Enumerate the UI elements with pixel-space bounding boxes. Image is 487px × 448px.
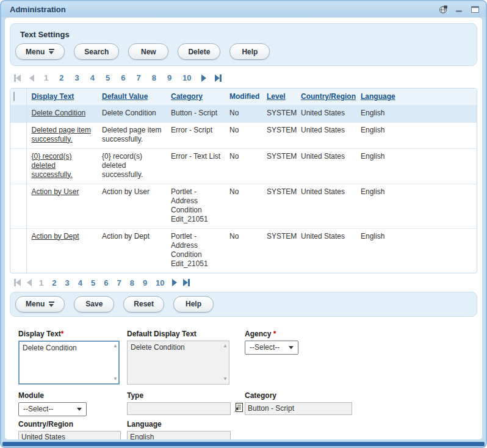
- display-text-textarea[interactable]: Delete Condition: [18, 341, 120, 385]
- select-all-checkbox[interactable]: [13, 92, 15, 101]
- help-button[interactable]: Help: [173, 296, 214, 313]
- cell-default-value: Action by Dept: [102, 228, 171, 273]
- display-text-link[interactable]: Action by Dept: [32, 232, 79, 240]
- personalize-icon[interactable]: [438, 5, 448, 13]
- page-number[interactable]: 6: [120, 73, 126, 82]
- cell-category: Portlet - Address Condition Edit_21051: [171, 184, 229, 228]
- display-text-link[interactable]: Deleted page item successfully.: [32, 126, 91, 143]
- cell-language: English: [361, 122, 477, 148]
- sort-link[interactable]: Display Text: [32, 92, 74, 101]
- cell-level: SYSTEM: [267, 148, 301, 184]
- menu-button[interactable]: Menu: [15, 296, 65, 313]
- module-selected-value: --Select--: [23, 405, 53, 413]
- last-page-icon[interactable]: [215, 74, 222, 82]
- maximize-icon[interactable]: [470, 5, 480, 13]
- previous-page-icon[interactable]: [27, 279, 32, 286]
- cell-category: Error - Script: [171, 122, 229, 148]
- page-number[interactable]: 3: [73, 73, 80, 82]
- menu-button-label: Menu: [26, 300, 45, 308]
- language-input[interactable]: [127, 431, 231, 440]
- type-input[interactable]: [127, 402, 231, 415]
- menu-button[interactable]: Menu: [15, 43, 65, 60]
- page-number[interactable]: 10: [181, 73, 192, 82]
- next-page-icon[interactable]: [172, 279, 177, 286]
- page-number[interactable]: 8: [151, 73, 157, 82]
- search-button[interactable]: Search: [74, 43, 119, 60]
- agency-field: Agency * --Select--: [245, 330, 298, 355]
- cell-modified: No: [229, 105, 267, 122]
- main-content: Text Settings Menu Search New Delete Hel…: [5, 18, 482, 439]
- page-number[interactable]: 4: [77, 278, 84, 287]
- previous-page-icon[interactable]: [29, 74, 34, 82]
- cell-modified: No: [229, 228, 267, 273]
- cell-modified: No: [229, 184, 267, 228]
- category-label: Category: [245, 391, 352, 400]
- default-display-text-textarea[interactable]: Delete Condition: [127, 341, 229, 385]
- cell-category: Portlet - Address Condition Edit_21051: [171, 228, 229, 273]
- table-row[interactable]: Deleted page item successfully. Deleted …: [10, 122, 477, 148]
- text-edit-form: Display Text* Delete Condition ▲ ▼ Defau…: [13, 330, 477, 440]
- category-input[interactable]: [245, 402, 352, 415]
- page-number[interactable]: 7: [115, 278, 122, 287]
- help-button[interactable]: Help: [229, 43, 270, 60]
- column-header-modified: Modified: [229, 89, 267, 105]
- page-number[interactable]: 6: [103, 278, 109, 287]
- column-header-country: Country/Region: [301, 89, 361, 105]
- lookup-icon[interactable]: [233, 402, 244, 415]
- new-button[interactable]: New: [128, 43, 168, 60]
- country-input[interactable]: [18, 431, 121, 440]
- page-number[interactable]: 4: [89, 73, 96, 82]
- page-number[interactable]: 3: [63, 278, 70, 287]
- window-title: Administration: [10, 5, 438, 14]
- cell-language: English: [361, 184, 477, 228]
- page-number[interactable]: 9: [166, 73, 173, 82]
- display-text-link[interactable]: Delete Condition: [32, 109, 86, 117]
- cell-level: SYSTEM: [267, 122, 301, 148]
- cell-language: English: [361, 148, 477, 184]
- page-number[interactable]: 8: [129, 278, 135, 287]
- page-number[interactable]: 2: [51, 278, 57, 287]
- sort-link[interactable]: Country/Region: [301, 92, 356, 101]
- page-number[interactable]: 9: [142, 278, 148, 287]
- last-page-icon[interactable]: [183, 279, 190, 286]
- page-number[interactable]: 10: [154, 278, 165, 287]
- reset-button[interactable]: Reset: [123, 296, 164, 313]
- module-label: Module: [18, 391, 87, 400]
- page-number[interactable]: 5: [104, 73, 111, 82]
- sort-link[interactable]: Category: [171, 92, 203, 101]
- display-text-link[interactable]: Action by User: [32, 187, 79, 196]
- save-button[interactable]: Save: [74, 296, 114, 313]
- first-page-icon[interactable]: [14, 279, 21, 286]
- table-row[interactable]: Delete Condition Delete Condition Button…: [10, 105, 477, 122]
- minimize-icon[interactable]: [454, 5, 464, 13]
- display-text-label: Display Text: [18, 330, 61, 338]
- chevron-down-icon: [77, 408, 82, 411]
- table-row[interactable]: Action by Dept Action by Dept Portlet - …: [10, 228, 477, 273]
- module-select[interactable]: --Select--: [18, 402, 87, 416]
- table-row[interactable]: Action by User Action by User Portlet - …: [10, 184, 477, 228]
- column-header-display-text: Display Text: [26, 89, 102, 105]
- page-number[interactable]: 2: [58, 73, 65, 82]
- text-settings-panel: Text Settings Menu Search New Delete Hel…: [10, 23, 477, 66]
- page-number[interactable]: 7: [135, 73, 142, 82]
- next-page-icon[interactable]: [201, 74, 206, 82]
- display-text-link[interactable]: {0} record(s) deleted successfully.: [32, 152, 73, 179]
- page-number[interactable]: 5: [90, 278, 96, 287]
- window-titlebar: Administration: [1, 1, 486, 17]
- sort-link[interactable]: Default Value: [102, 92, 148, 101]
- delete-button[interactable]: Delete: [178, 43, 220, 60]
- first-page-icon[interactable]: [14, 74, 21, 82]
- table-row[interactable]: {0} record(s) deleted successfully. {0} …: [10, 148, 477, 184]
- chevron-down-icon: [289, 346, 294, 349]
- window-bottom-bar: [2, 442, 485, 446]
- pagination-top: 1 2 3 4 5 6 7 8 9 10: [14, 73, 477, 82]
- sort-link[interactable]: Language: [361, 92, 395, 101]
- agency-select[interactable]: --Select--: [245, 341, 298, 355]
- table-header-row: Display Text Default Value Category Modi…: [10, 89, 477, 105]
- agency-selected-value: --Select--: [250, 343, 280, 352]
- column-header-default-value: Default Value: [102, 89, 171, 105]
- sort-link[interactable]: Level: [267, 92, 286, 101]
- cell-default-value: {0} record(s) deleted successfully.: [102, 148, 171, 184]
- type-label: Type: [127, 391, 244, 400]
- cell-country: United States: [301, 105, 361, 122]
